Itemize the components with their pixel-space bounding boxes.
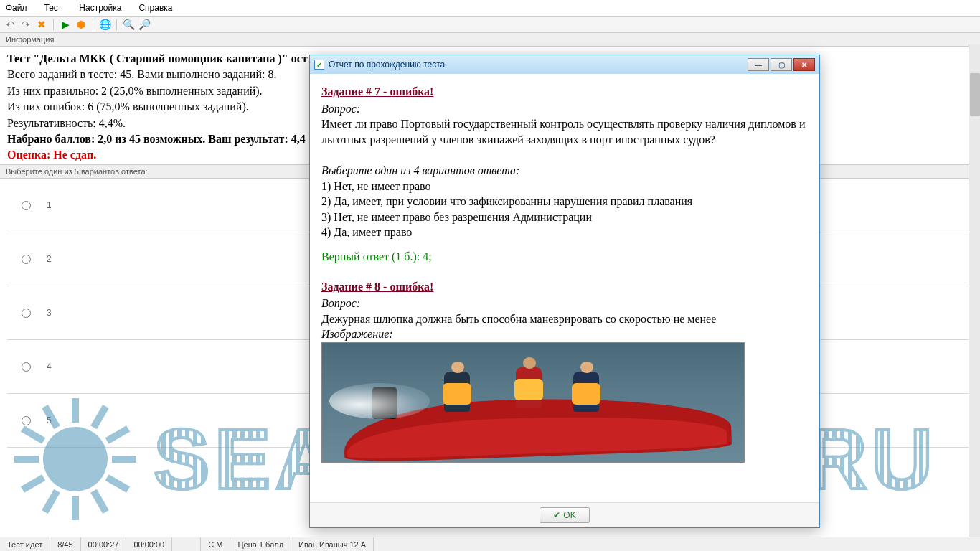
answer-radio-5[interactable] — [22, 416, 31, 425]
checkmark-icon: ✓ — [314, 60, 324, 70]
info-panel-header: Информация — [0, 33, 980, 47]
task7-question-label: Вопрос: — [321, 101, 808, 117]
dialog-titlebar[interactable]: ✓ Отчет по прохождению теста — ▢ ✕ — [310, 55, 819, 74]
status-price: Цена 1 балл — [230, 537, 291, 551]
task7-correct-answer: Верный ответ (1 б.): 4; — [321, 249, 808, 265]
report-dialog: ✓ Отчет по прохождению теста — ▢ ✕ Задан… — [309, 55, 820, 528]
status-user: Иван Иваныч 12 А — [291, 537, 374, 551]
task7-option-4: 4) Да, имеет право — [321, 225, 808, 240]
answer-label: 5 — [47, 415, 52, 425]
dialog-body: Задание # 7 - ошибка! Вопрос: Имеет ли п… — [310, 74, 819, 502]
task8-image-label: Изображение: — [321, 326, 808, 342]
zoom-in-icon[interactable]: 🔍 — [123, 19, 134, 30]
answer-radio-1[interactable] — [22, 201, 31, 210]
close-button[interactable]: ✕ — [793, 58, 815, 71]
status-elapsed: 00:00:27 — [81, 537, 127, 551]
status-running: Тест идет — [0, 537, 50, 551]
answer-label: 3 — [47, 308, 52, 318]
answer-label: 1 — [47, 200, 52, 210]
undo-icon[interactable]: ↶ — [4, 19, 16, 30]
answer-radio-2[interactable] — [22, 255, 31, 264]
maximize-button[interactable]: ▢ — [771, 58, 792, 71]
status-progress: 8/45 — [50, 537, 80, 551]
task7-question: Имеет ли право Портовый государственный … — [321, 116, 808, 147]
globe-icon[interactable]: 🌐 — [99, 19, 110, 30]
menu-file[interactable]: Файл — [3, 1, 30, 14]
answer-radio-4[interactable] — [22, 362, 31, 372]
status-total: 00:00:00 — [126, 537, 172, 551]
menu-settings[interactable]: Настройка — [76, 1, 124, 14]
dialog-title: Отчет по прохождению теста — [329, 60, 445, 70]
menubar: Файл Тест Настройка Справка — [0, 0, 980, 17]
task7-choose-label: Выберите один из 4 вариантов ответа: — [321, 163, 808, 179]
task8-image — [321, 342, 745, 463]
menu-test[interactable]: Тест — [42, 1, 65, 14]
toolbar-separator — [93, 19, 93, 30]
answer-label: 4 — [47, 362, 52, 372]
task8-question-label: Вопрос: — [321, 296, 808, 311]
task7-option-2: 2) Да, имеет, при условии что зафиксиров… — [321, 194, 808, 209]
statusbar: Тест идет 8/45 00:00:27 00:00:00 С М Цен… — [0, 537, 980, 551]
ok-button[interactable]: ✔OK — [540, 507, 589, 523]
scrollbar-thumb[interactable] — [970, 73, 980, 116]
toolbar-separator — [116, 19, 117, 30]
zoom-out-icon[interactable]: 🔎 — [138, 19, 150, 30]
delete-icon[interactable]: ✖ — [36, 19, 47, 30]
answer-radio-3[interactable] — [22, 309, 31, 318]
answer-label: 2 — [47, 254, 52, 264]
toolbar-separator — [53, 19, 54, 30]
dialog-footer: ✔OK — [310, 502, 819, 527]
redo-icon[interactable]: ↷ — [20, 19, 32, 30]
stop-icon[interactable]: ⬢ — [75, 19, 87, 30]
task8-header: Задание # 8 - ошибка! — [321, 279, 808, 295]
task7-option-3: 3) Нет, не имеет право без разрешения Ад… — [321, 209, 808, 225]
toolbar: ↶ ↷ ✖ ▶ ⬢ 🌐 🔍 🔎 — [0, 17, 980, 33]
status-cm: С М — [201, 537, 230, 551]
task7-header: Задание # 7 - ошибка! — [321, 84, 808, 100]
minimize-button[interactable]: — — [748, 58, 769, 71]
play-icon[interactable]: ▶ — [60, 19, 71, 30]
menu-help[interactable]: Справка — [136, 1, 175, 14]
task8-question: Дежурная шлюпка должна быть способна ман… — [321, 311, 808, 327]
main-scrollbar[interactable] — [969, 44, 980, 537]
task7-option-1: 1) Нет, не имеет право — [321, 179, 808, 194]
